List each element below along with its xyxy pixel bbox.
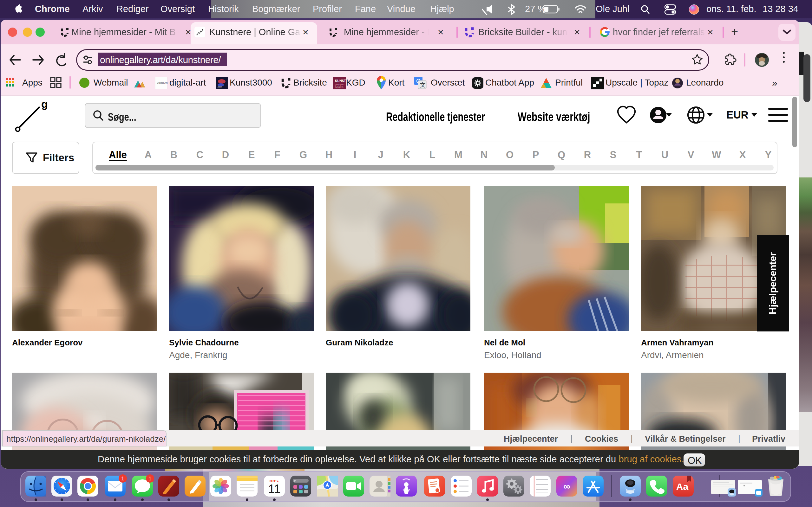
svg-text:Digital Art: Digital Art xyxy=(157,81,168,84)
svg-text:ART: ART xyxy=(217,86,222,88)
svg-text:gruppen: gruppen xyxy=(335,83,344,86)
svg-text:EUR: EUR xyxy=(726,109,749,121)
svg-text:1: 1 xyxy=(148,475,151,482)
svg-text:DJURS: DJURS xyxy=(335,86,344,89)
svg-text:KUNST: KUNST xyxy=(335,79,346,83)
svg-text:∞: ∞ xyxy=(563,481,570,492)
svg-text:1: 1 xyxy=(121,475,124,482)
svg-text:g: g xyxy=(41,98,48,110)
svg-text:Aa: Aa xyxy=(676,481,689,492)
svg-text:文: 文 xyxy=(420,82,426,88)
svg-text:11: 11 xyxy=(268,482,281,496)
